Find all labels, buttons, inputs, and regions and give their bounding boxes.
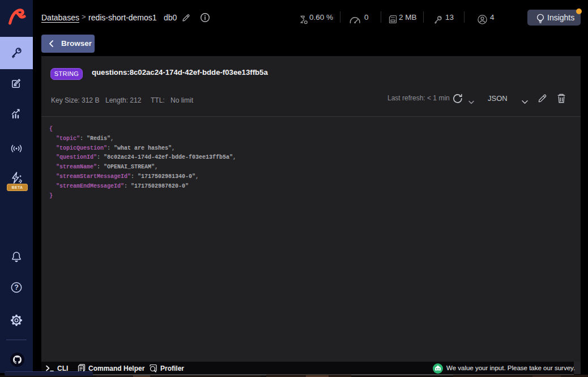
svg-text:?: ? — [14, 283, 19, 291]
